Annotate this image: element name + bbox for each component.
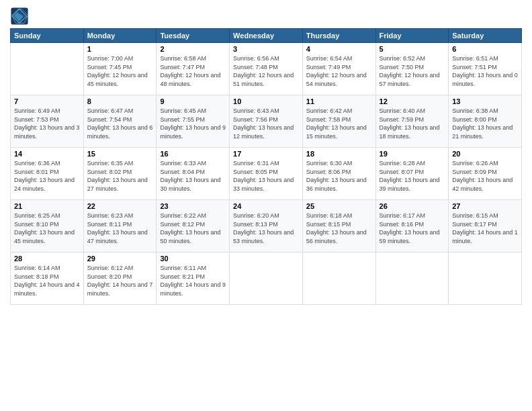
day-number: 16 bbox=[160, 150, 226, 158]
calendar-cell bbox=[230, 253, 303, 305]
daylight-text: Daylight: 14 hours and 1 minute. bbox=[452, 229, 518, 244]
sunset-text: Sunset: 8:21 PM bbox=[160, 273, 205, 280]
header-day: Monday bbox=[83, 29, 157, 43]
sunrise-text: Sunrise: 6:30 AM bbox=[306, 160, 353, 167]
day-number: 11 bbox=[306, 97, 372, 105]
sunrise-text: Sunrise: 6:56 AM bbox=[233, 55, 279, 62]
day-detail: Sunrise: 6:31 AM Sunset: 8:05 PM Dayligh… bbox=[233, 159, 299, 193]
sunset-text: Sunset: 8:01 PM bbox=[14, 169, 59, 175]
calendar-cell bbox=[302, 253, 375, 305]
daylight-text: Daylight: 13 hours and 24 minutes. bbox=[14, 177, 75, 192]
sunrise-text: Sunrise: 6:23 AM bbox=[87, 212, 134, 219]
daylight-text: Daylight: 13 hours and 39 minutes. bbox=[380, 177, 440, 192]
sunrise-text: Sunrise: 6:38 AM bbox=[452, 107, 498, 114]
daylight-text: Daylight: 13 hours and 53 minutes. bbox=[233, 229, 294, 244]
day-number: 4 bbox=[306, 45, 372, 53]
calendar-cell: 5 Sunrise: 6:52 AM Sunset: 7:50 PM Dayli… bbox=[375, 43, 449, 95]
daylight-text: Daylight: 13 hours and 42 minutes. bbox=[452, 177, 513, 192]
daylight-text: Daylight: 12 hours and 51 minutes. bbox=[233, 72, 294, 87]
daylight-text: Daylight: 13 hours and 47 minutes. bbox=[87, 229, 148, 244]
sunset-text: Sunset: 8:06 PM bbox=[306, 169, 351, 175]
day-number: 18 bbox=[306, 150, 372, 158]
sunrise-text: Sunrise: 6:35 AM bbox=[87, 160, 134, 167]
calendar-cell: 13 Sunrise: 6:38 AM Sunset: 8:00 PM Dayl… bbox=[449, 95, 522, 148]
sunrise-text: Sunrise: 6:22 AM bbox=[160, 212, 206, 219]
sunset-text: Sunset: 8:11 PM bbox=[87, 221, 132, 228]
calendar-cell: 16 Sunrise: 6:33 AM Sunset: 8:04 PM Dayl… bbox=[157, 148, 230, 200]
sunset-text: Sunset: 8:05 PM bbox=[233, 169, 278, 175]
daylight-text: Daylight: 13 hours and 59 minutes. bbox=[380, 229, 440, 244]
day-number: 5 bbox=[380, 45, 445, 53]
sunset-text: Sunset: 7:53 PM bbox=[14, 116, 59, 123]
daylight-text: Daylight: 14 hours and 7 minutes. bbox=[87, 281, 153, 297]
daylight-text: Daylight: 13 hours and 36 minutes. bbox=[306, 177, 367, 192]
day-detail: Sunrise: 6:47 AM Sunset: 7:54 PM Dayligh… bbox=[87, 107, 153, 140]
calendar-cell: 23 Sunrise: 6:22 AM Sunset: 8:12 PM Dayl… bbox=[157, 200, 230, 253]
day-detail: Sunrise: 6:56 AM Sunset: 7:48 PM Dayligh… bbox=[233, 54, 299, 88]
sunrise-text: Sunrise: 7:00 AM bbox=[87, 55, 134, 62]
daylight-text: Daylight: 13 hours and 27 minutes. bbox=[87, 177, 148, 192]
logo bbox=[10, 7, 32, 26]
calendar-cell: 14 Sunrise: 6:36 AM Sunset: 8:01 PM Dayl… bbox=[11, 148, 84, 200]
day-number: 26 bbox=[380, 202, 445, 210]
sunrise-text: Sunrise: 6:26 AM bbox=[452, 160, 498, 167]
sunrise-text: Sunrise: 6:45 AM bbox=[160, 107, 206, 114]
calendar-header: SundayMondayTuesdayWednesdayThursdayFrid… bbox=[11, 29, 522, 43]
sunset-text: Sunset: 8:02 PM bbox=[87, 169, 132, 175]
day-number: 13 bbox=[452, 97, 518, 105]
sunset-text: Sunset: 8:13 PM bbox=[233, 221, 278, 228]
calendar-cell: 12 Sunrise: 6:40 AM Sunset: 7:59 PM Dayl… bbox=[375, 95, 449, 148]
day-detail: Sunrise: 6:12 AM Sunset: 8:20 PM Dayligh… bbox=[87, 264, 153, 298]
sunset-text: Sunset: 7:56 PM bbox=[233, 116, 278, 123]
day-number: 14 bbox=[14, 150, 80, 158]
day-number: 23 bbox=[160, 202, 226, 210]
day-detail: Sunrise: 6:58 AM Sunset: 7:47 PM Dayligh… bbox=[160, 54, 226, 88]
daylight-text: Daylight: 13 hours and 0 minutes. bbox=[452, 72, 518, 87]
sunrise-text: Sunrise: 6:54 AM bbox=[306, 55, 353, 62]
day-detail: Sunrise: 6:33 AM Sunset: 8:04 PM Dayligh… bbox=[160, 159, 226, 193]
day-number: 27 bbox=[452, 202, 518, 210]
sunset-text: Sunset: 8:00 PM bbox=[452, 116, 497, 123]
sunset-text: Sunset: 8:10 PM bbox=[14, 221, 59, 228]
calendar-cell: 11 Sunrise: 6:42 AM Sunset: 7:58 PM Dayl… bbox=[302, 95, 375, 148]
calendar-week-row: 14 Sunrise: 6:36 AM Sunset: 8:01 PM Dayl… bbox=[11, 148, 522, 200]
header-day: Sunday bbox=[11, 29, 84, 43]
sunrise-text: Sunrise: 6:25 AM bbox=[14, 212, 60, 219]
sunset-text: Sunset: 7:58 PM bbox=[306, 116, 351, 123]
sunrise-text: Sunrise: 6:47 AM bbox=[87, 107, 134, 114]
calendar-cell: 27 Sunrise: 6:15 AM Sunset: 8:17 PM Dayl… bbox=[449, 200, 522, 253]
calendar-cell: 6 Sunrise: 6:51 AM Sunset: 7:51 PM Dayli… bbox=[449, 43, 522, 95]
calendar-cell: 7 Sunrise: 6:49 AM Sunset: 7:53 PM Dayli… bbox=[11, 95, 84, 148]
day-detail: Sunrise: 6:25 AM Sunset: 8:10 PM Dayligh… bbox=[14, 212, 80, 245]
day-number: 25 bbox=[306, 202, 372, 210]
daylight-text: Daylight: 13 hours and 33 minutes. bbox=[233, 177, 294, 192]
day-detail: Sunrise: 6:52 AM Sunset: 7:50 PM Dayligh… bbox=[380, 54, 445, 88]
calendar-cell: 18 Sunrise: 6:30 AM Sunset: 8:06 PM Dayl… bbox=[302, 148, 375, 200]
day-detail: Sunrise: 6:20 AM Sunset: 8:13 PM Dayligh… bbox=[233, 212, 299, 245]
sunrise-text: Sunrise: 6:20 AM bbox=[233, 212, 279, 219]
calendar-week-row: 7 Sunrise: 6:49 AM Sunset: 7:53 PM Dayli… bbox=[11, 95, 522, 148]
day-number: 8 bbox=[87, 97, 153, 105]
sunrise-text: Sunrise: 6:18 AM bbox=[306, 212, 353, 219]
daylight-text: Daylight: 12 hours and 48 minutes. bbox=[160, 72, 220, 87]
sunset-text: Sunset: 8:15 PM bbox=[306, 221, 351, 228]
day-detail: Sunrise: 6:15 AM Sunset: 8:17 PM Dayligh… bbox=[452, 212, 518, 245]
day-number: 15 bbox=[87, 150, 153, 158]
day-number: 20 bbox=[452, 150, 518, 158]
calendar-body: 1 Sunrise: 7:00 AM Sunset: 7:45 PM Dayli… bbox=[11, 43, 522, 305]
calendar-cell bbox=[11, 43, 84, 95]
header-row: SundayMondayTuesdayWednesdayThursdayFrid… bbox=[11, 29, 522, 43]
calendar-cell: 1 Sunrise: 7:00 AM Sunset: 7:45 PM Dayli… bbox=[83, 43, 157, 95]
calendar-cell bbox=[375, 253, 449, 305]
sunset-text: Sunset: 7:47 PM bbox=[160, 64, 205, 71]
header-day: Saturday bbox=[449, 29, 522, 43]
sunrise-text: Sunrise: 6:12 AM bbox=[87, 265, 134, 271]
day-detail: Sunrise: 6:45 AM Sunset: 7:55 PM Dayligh… bbox=[160, 107, 226, 140]
day-number: 10 bbox=[233, 97, 299, 105]
day-number: 9 bbox=[160, 97, 226, 105]
calendar-cell: 20 Sunrise: 6:26 AM Sunset: 8:09 PM Dayl… bbox=[449, 148, 522, 200]
daylight-text: Daylight: 14 hours and 4 minutes. bbox=[14, 281, 80, 297]
daylight-text: Daylight: 13 hours and 9 minutes. bbox=[160, 124, 226, 140]
sunset-text: Sunset: 8:20 PM bbox=[87, 273, 132, 280]
header-day: Friday bbox=[375, 29, 449, 43]
